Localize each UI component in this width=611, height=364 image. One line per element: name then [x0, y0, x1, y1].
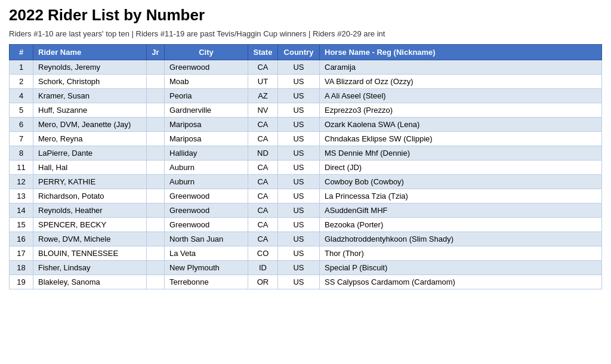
table-row: 7Mero, ReynaMariposaCAUSChndakas Eklipse…: [10, 132, 602, 146]
table-row: 2Schork, ChristophMoabUTUSVA Blizzard of…: [10, 75, 602, 89]
cell-state: AZ: [248, 89, 278, 103]
header-horse: Horse Name - Reg (Nickname): [320, 45, 602, 60]
cell-country: US: [278, 246, 320, 261]
cell-country: US: [278, 275, 320, 289]
cell-horse: Ezprezzo3 (Prezzo): [320, 103, 602, 118]
cell-horse: Chndakas Eklipse SW (Clippie): [320, 132, 602, 146]
cell-jr: [147, 161, 165, 175]
cell-city: Greenwood: [165, 189, 248, 203]
cell-country: US: [278, 103, 320, 118]
cell-num: 18: [10, 261, 33, 275]
cell-name: Reynolds, Jeremy: [33, 60, 147, 75]
cell-state: CA: [248, 232, 278, 246]
cell-state: CA: [248, 60, 278, 75]
cell-name: LaPierre, Dante: [33, 146, 147, 161]
cell-horse: La Princessa Tzia (Tzia): [320, 189, 602, 203]
header-city: City: [165, 45, 248, 60]
cell-jr: [147, 275, 165, 289]
cell-horse: MS Dennie Mhf (Dennie): [320, 146, 602, 161]
cell-name: SPENCER, BECKY: [33, 218, 147, 232]
table-row: 16Rowe, DVM, MicheleNorth San JuanCAUSGl…: [10, 232, 602, 246]
cell-num: 17: [10, 246, 33, 261]
table-row: 12PERRY, KATHIEAuburnCAUSCowboy Bob (Cow…: [10, 175, 602, 189]
cell-horse: SS Calypsos Cardamom (Cardamom): [320, 275, 602, 289]
cell-jr: [147, 118, 165, 132]
table-body: 1Reynolds, JeremyGreenwoodCAUSCaramija2S…: [10, 60, 602, 289]
cell-city: Terrebonne: [165, 275, 248, 289]
cell-jr: [147, 218, 165, 232]
cell-state: UT: [248, 75, 278, 89]
cell-num: 4: [10, 89, 33, 103]
table-row: 4Kramer, SusanPeoriaAZUSA Ali Aseel (Ste…: [10, 89, 602, 103]
cell-state: NV: [248, 103, 278, 118]
cell-num: 2: [10, 75, 33, 89]
table-row: 17BLOUIN, TENNESSEELa VetaCOUSThor (Thor…: [10, 246, 602, 261]
table-row: 15SPENCER, BECKYGreenwoodCAUSBezooka (Po…: [10, 218, 602, 232]
cell-jr: [147, 261, 165, 275]
table-row: 19Blakeley, SanomaTerrebonneORUSSS Calyp…: [10, 275, 602, 289]
cell-country: US: [278, 232, 320, 246]
cell-name: Richardson, Potato: [33, 189, 147, 203]
cell-city: Halliday: [165, 146, 248, 161]
cell-horse: VA Blizzard of Ozz (Ozzy): [320, 75, 602, 89]
cell-state: CA: [248, 132, 278, 146]
cell-jr: [147, 203, 165, 218]
cell-num: 8: [10, 146, 33, 161]
table-row: 13Richardson, PotatoGreenwoodCAUSLa Prin…: [10, 189, 602, 203]
cell-num: 15: [10, 218, 33, 232]
cell-state: CA: [248, 161, 278, 175]
header-country: Country: [278, 45, 320, 60]
cell-name: Blakeley, Sanoma: [33, 275, 147, 289]
cell-name: Reynolds, Heather: [33, 203, 147, 218]
cell-name: Fisher, Lindsay: [33, 261, 147, 275]
cell-horse: Ozark Kaolena SWA (Lena): [320, 118, 602, 132]
cell-country: US: [278, 146, 320, 161]
cell-name: Huff, Suzanne: [33, 103, 147, 118]
cell-horse: Direct (JD): [320, 161, 602, 175]
cell-city: Greenwood: [165, 203, 248, 218]
cell-jr: [147, 89, 165, 103]
cell-horse: Caramija: [320, 60, 602, 75]
cell-name: BLOUIN, TENNESSEE: [33, 246, 147, 261]
cell-country: US: [278, 218, 320, 232]
cell-state: CA: [248, 175, 278, 189]
cell-jr: [147, 189, 165, 203]
cell-city: Mariposa: [165, 118, 248, 132]
cell-country: US: [278, 203, 320, 218]
cell-city: Auburn: [165, 175, 248, 189]
cell-city: La Veta: [165, 246, 248, 261]
cell-city: New Plymouth: [165, 261, 248, 275]
cell-num: 5: [10, 103, 33, 118]
header-state: State: [248, 45, 278, 60]
cell-name: PERRY, KATHIE: [33, 175, 147, 189]
cell-country: US: [278, 261, 320, 275]
cell-jr: [147, 246, 165, 261]
cell-jr: [147, 146, 165, 161]
header-num: #: [10, 45, 33, 60]
cell-jr: [147, 103, 165, 118]
table-row: 11Hall, HalAuburnCAUSDirect (JD): [10, 161, 602, 175]
cell-horse: Cowboy Bob (Cowboy): [320, 175, 602, 189]
cell-state: CA: [248, 118, 278, 132]
cell-horse: Special P (Biscuit): [320, 261, 602, 275]
header-name: Rider Name: [33, 45, 147, 60]
cell-num: 16: [10, 232, 33, 246]
cell-country: US: [278, 89, 320, 103]
cell-city: Greenwood: [165, 218, 248, 232]
cell-country: US: [278, 75, 320, 89]
cell-state: CA: [248, 189, 278, 203]
cell-country: US: [278, 189, 320, 203]
cell-city: Gardnerville: [165, 103, 248, 118]
cell-num: 19: [10, 275, 33, 289]
cell-name: Mero, DVM, Jeanette (Jay): [33, 118, 147, 132]
page-container: 2022 Rider List by Number Riders #1-10 a…: [0, 0, 611, 295]
cell-state: CO: [248, 246, 278, 261]
cell-state: ID: [248, 261, 278, 275]
cell-name: Rowe, DVM, Michele: [33, 232, 147, 246]
cell-city: Peoria: [165, 89, 248, 103]
cell-city: Mariposa: [165, 132, 248, 146]
table-row: 1Reynolds, JeremyGreenwoodCAUSCaramija: [10, 60, 602, 75]
cell-city: Greenwood: [165, 60, 248, 75]
cell-num: 14: [10, 203, 33, 218]
cell-horse: A Ali Aseel (Steel): [320, 89, 602, 103]
